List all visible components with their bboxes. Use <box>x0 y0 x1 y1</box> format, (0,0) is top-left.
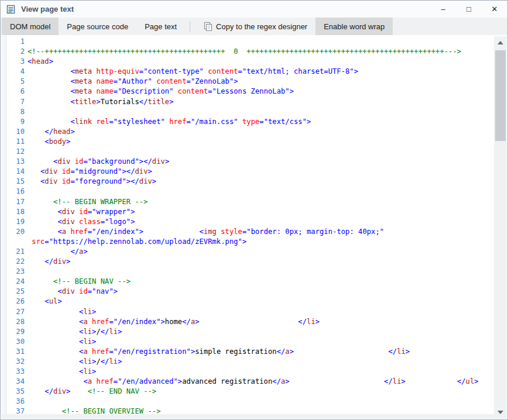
line-number: 16 <box>6 187 26 197</box>
line-number: 33 <box>6 367 26 377</box>
code-row: 15 <div id="foreground"></div> <box>6 177 507 187</box>
code-line: </div> <box>26 257 70 267</box>
code-row: 29 <li>/</li> <box>6 327 507 337</box>
window-controls: – □ ✕ <box>430 1 507 18</box>
code-line: <head> <box>26 57 53 67</box>
copy-pages-icon <box>203 22 212 31</box>
line-number: 20 <box>6 227 26 237</box>
triangle-down-icon <box>497 411 503 414</box>
line-number: 27 <box>6 307 26 317</box>
code-line: <a href="/en/registration">simple regist… <box>26 347 410 357</box>
scrollbar-thumb[interactable] <box>495 50 506 141</box>
code-row: 25 <div id="nav"> <box>6 287 507 297</box>
line-number: 29 <box>6 327 26 337</box>
close-button[interactable]: ✕ <box>482 1 507 18</box>
code-row: 24 <!-- BEGIN NAV --> <box>6 277 507 287</box>
code-line: <a href="/en/advanced">advanced registra… <box>26 377 479 387</box>
line-number: 7 <box>6 97 26 107</box>
line-number: 32 <box>6 357 26 367</box>
code-row: 21 </a> <box>6 247 507 257</box>
copy-to-regex-designer-button[interactable]: Copy to the regex designer <box>195 18 315 35</box>
tab-dom-model-label: DOM model <box>10 22 50 31</box>
line-number: 28 <box>6 317 26 327</box>
code-row: 30 <li> <box>6 337 507 347</box>
code-line: <div id="foreground"></div> <box>26 177 156 187</box>
code-row: 7 <title>Tutorials</title> <box>6 97 507 107</box>
code-row: 22 </div> <box>6 257 507 267</box>
code-line: <div id="background"></div> <box>26 157 169 167</box>
code-row: 13 <div id="background"></div> <box>6 157 507 167</box>
scrollbar-down-button[interactable] <box>494 406 507 419</box>
code-row: 27 <li> <box>6 307 507 317</box>
line-number: 8 <box>6 107 26 117</box>
maximize-button[interactable]: □ <box>456 1 482 18</box>
code-line <box>26 267 28 277</box>
line-number: 1 <box>6 37 26 47</box>
code-line: <!-- BEGIN NAV --> <box>26 277 131 287</box>
line-number: 2 <box>6 47 26 57</box>
enable-word-wrap-button[interactable]: Enable word wrap <box>315 18 393 35</box>
code-row: 2<!--+++++++++++++++++++++++++++++++++++… <box>6 47 507 57</box>
line-number: 11 <box>6 137 26 147</box>
line-number: 30 <box>6 337 26 347</box>
code-line: <body> <box>26 137 70 147</box>
code-line: <div id="nav"> <box>26 287 118 297</box>
code-row: 6 <meta name="Description" content="Less… <box>6 87 507 97</box>
line-number: 21 <box>6 247 26 257</box>
code-line <box>26 187 28 197</box>
line-number: 17 <box>6 197 26 207</box>
code-row: 28 <a href="/en/index">home</a> </li> <box>6 317 507 327</box>
copy-to-regex-designer-label: Copy to the regex designer <box>216 22 307 31</box>
editor-bottom-strip <box>1 414 507 419</box>
code-line: <!-- BEGIN WRAPPER --> <box>26 197 147 207</box>
line-number: 3 <box>6 57 26 67</box>
code-row: 31 <a href="/en/registration">simple reg… <box>6 347 507 357</box>
code-line <box>26 37 28 47</box>
line-number: 22 <box>6 257 26 267</box>
code-line: <!--++++++++++++++++++++++++++++++++++++… <box>26 47 461 57</box>
line-number: 4 <box>6 67 26 77</box>
code-rows: 12<!--++++++++++++++++++++++++++++++++++… <box>6 36 507 419</box>
code-row: 12 <box>6 147 507 157</box>
code-row: 33 <li> <box>6 367 507 377</box>
line-number: 14 <box>6 167 26 177</box>
page-text-editor[interactable]: 12<!--++++++++++++++++++++++++++++++++++… <box>1 36 507 419</box>
tab-page-text-label: Page text <box>145 22 177 31</box>
code-row: 19 <div class="logo"> <box>6 217 507 227</box>
code-row: 32 <li>/</li> <box>6 357 507 367</box>
code-line: <div id="wrapper"> <box>26 207 135 217</box>
code-line: <li> <box>26 337 96 347</box>
code-line: <li>/</li> <box>26 357 122 367</box>
code-line: <li> <box>26 307 96 317</box>
line-number: 10 <box>6 127 26 137</box>
code-line: <div class="logo"> <box>26 217 135 227</box>
tab-page-text[interactable]: Page text <box>136 18 185 35</box>
code-row: 23 <box>6 267 507 277</box>
code-line: </head> <box>26 127 75 137</box>
title-bar[interactable]: View page text – □ ✕ <box>1 1 507 18</box>
code-line: <link rel="stylesheet" href="/main.css" … <box>26 117 311 127</box>
window-title: View page text <box>21 5 74 13</box>
scrollbar-up-button[interactable] <box>494 36 507 49</box>
code-line: </div> <!-- END NAV --> <box>26 387 156 397</box>
line-number: 24 <box>6 277 26 287</box>
code-line: src="https://help.zennolab.com/upload/zE… <box>26 237 246 247</box>
minimize-button[interactable]: – <box>430 1 456 18</box>
tab-dom-model[interactable]: DOM model <box>2 18 59 35</box>
vertical-scrollbar[interactable] <box>494 36 507 419</box>
code-row: 14 <div id="midground"></div> <box>6 167 507 177</box>
line-number: 35 <box>6 387 26 397</box>
code-line <box>26 107 28 117</box>
line-number: 6 <box>6 87 26 97</box>
code-row: 26 <ul> <box>6 297 507 307</box>
code-line: <title>Tutorials</title> <box>26 97 174 107</box>
code-row: 11 <body> <box>6 137 507 147</box>
toolbar: DOM model Page source code Page text Cop… <box>1 18 507 35</box>
tab-page-source-code[interactable]: Page source code <box>59 18 136 35</box>
line-number: 9 <box>6 117 26 127</box>
line-number: 25 <box>6 287 26 297</box>
code-line: <ul> <box>26 297 62 307</box>
code-row: 3<head> <box>6 57 507 67</box>
line-number: 26 <box>6 297 26 307</box>
code-row: 1 <box>6 37 507 47</box>
